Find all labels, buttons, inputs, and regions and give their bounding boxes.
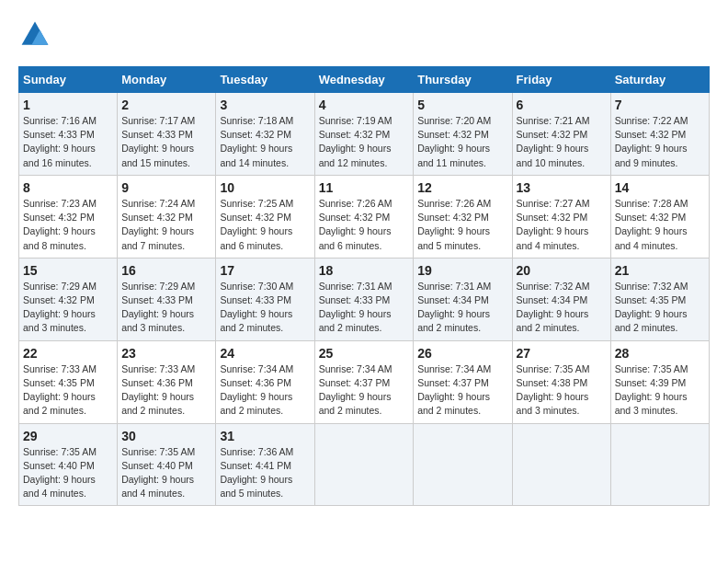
day-number: 23 — [121, 346, 211, 361]
day-info: Sunrise: 7:35 AMSunset: 4:40 PMDaylight:… — [121, 446, 195, 500]
calendar-cell: 22 Sunrise: 7:33 AMSunset: 4:35 PMDaylig… — [19, 340, 118, 423]
calendar-cell — [314, 423, 414, 506]
page-header — [18, 18, 710, 52]
calendar-cell: 28 Sunrise: 7:35 AMSunset: 4:39 PMDaylig… — [610, 340, 709, 423]
calendar-week-row: 29 Sunrise: 7:35 AMSunset: 4:40 PMDaylig… — [19, 423, 710, 506]
calendar-cell: 20 Sunrise: 7:32 AMSunset: 4:34 PMDaylig… — [512, 258, 610, 340]
weekday-header-monday: Monday — [118, 67, 216, 93]
day-number: 7 — [615, 98, 705, 112]
calendar-cell: 16 Sunrise: 7:29 AMSunset: 4:33 PMDaylig… — [118, 258, 216, 340]
day-number: 13 — [517, 180, 607, 195]
calendar-cell: 26 Sunrise: 7:34 AMSunset: 4:37 PMDaylig… — [414, 340, 512, 423]
day-info: Sunrise: 7:24 AMSunset: 4:32 PMDaylight:… — [121, 198, 195, 251]
day-number: 27 — [517, 346, 607, 361]
day-info: Sunrise: 7:31 AMSunset: 4:33 PMDaylight:… — [319, 281, 392, 334]
day-number: 19 — [417, 263, 507, 278]
day-number: 12 — [417, 180, 507, 195]
day-info: Sunrise: 7:36 AMSunset: 4:41 PMDaylight:… — [220, 446, 293, 500]
day-number: 15 — [23, 263, 113, 278]
calendar-cell: 7 Sunrise: 7:22 AMSunset: 4:32 PMDayligh… — [610, 93, 709, 176]
calendar-cell: 15 Sunrise: 7:29 AMSunset: 4:32 PMDaylig… — [19, 258, 118, 340]
day-number: 2 — [121, 98, 211, 112]
day-number: 4 — [319, 98, 410, 112]
day-info: Sunrise: 7:29 AMSunset: 4:32 PMDaylight:… — [23, 281, 97, 334]
calendar-table: SundayMondayTuesdayWednesdayThursdayFrid… — [18, 66, 710, 506]
day-info: Sunrise: 7:31 AMSunset: 4:34 PMDaylight:… — [417, 281, 491, 334]
day-info: Sunrise: 7:18 AMSunset: 4:32 PMDaylight:… — [220, 115, 293, 168]
day-info: Sunrise: 7:34 AMSunset: 4:37 PMDaylight:… — [319, 363, 392, 417]
day-info: Sunrise: 7:20 AMSunset: 4:32 PMDaylight:… — [417, 115, 491, 168]
calendar-cell: 19 Sunrise: 7:31 AMSunset: 4:34 PMDaylig… — [414, 258, 512, 340]
day-number: 21 — [615, 263, 705, 278]
day-info: Sunrise: 7:32 AMSunset: 4:35 PMDaylight:… — [615, 281, 688, 334]
logo — [18, 18, 55, 52]
day-number: 22 — [23, 346, 113, 361]
calendar-cell: 21 Sunrise: 7:32 AMSunset: 4:35 PMDaylig… — [610, 258, 709, 340]
calendar-cell: 24 Sunrise: 7:34 AMSunset: 4:36 PMDaylig… — [216, 340, 314, 423]
calendar-cell: 3 Sunrise: 7:18 AMSunset: 4:32 PMDayligh… — [216, 93, 314, 176]
day-info: Sunrise: 7:19 AMSunset: 4:32 PMDaylight:… — [319, 115, 392, 168]
day-info: Sunrise: 7:35 AMSunset: 4:40 PMDaylight:… — [23, 446, 97, 500]
day-info: Sunrise: 7:21 AMSunset: 4:32 PMDaylight:… — [517, 115, 590, 168]
calendar-week-row: 22 Sunrise: 7:33 AMSunset: 4:35 PMDaylig… — [19, 340, 710, 423]
weekday-header-saturday: Saturday — [610, 67, 709, 93]
day-number: 28 — [615, 346, 705, 361]
day-info: Sunrise: 7:25 AMSunset: 4:32 PMDaylight:… — [220, 198, 293, 251]
day-info: Sunrise: 7:26 AMSunset: 4:32 PMDaylight:… — [319, 198, 392, 251]
day-number: 26 — [417, 346, 507, 361]
calendar-cell: 18 Sunrise: 7:31 AMSunset: 4:33 PMDaylig… — [314, 258, 414, 340]
weekday-header-friday: Friday — [512, 67, 610, 93]
day-info: Sunrise: 7:27 AMSunset: 4:32 PMDaylight:… — [517, 198, 590, 251]
calendar-cell: 1 Sunrise: 7:16 AMSunset: 4:33 PMDayligh… — [19, 93, 118, 176]
day-number: 16 — [121, 263, 211, 278]
calendar-cell — [610, 423, 709, 506]
calendar-cell: 13 Sunrise: 7:27 AMSunset: 4:32 PMDaylig… — [512, 175, 610, 258]
calendar-cell — [512, 423, 610, 506]
day-info: Sunrise: 7:22 AMSunset: 4:32 PMDaylight:… — [615, 115, 688, 168]
calendar-week-row: 1 Sunrise: 7:16 AMSunset: 4:33 PMDayligh… — [19, 93, 710, 176]
day-number: 31 — [220, 429, 310, 443]
day-info: Sunrise: 7:33 AMSunset: 4:35 PMDaylight:… — [23, 363, 97, 417]
calendar-cell: 12 Sunrise: 7:26 AMSunset: 4:32 PMDaylig… — [414, 175, 512, 258]
calendar-cell: 4 Sunrise: 7:19 AMSunset: 4:32 PMDayligh… — [314, 93, 414, 176]
calendar-week-row: 8 Sunrise: 7:23 AMSunset: 4:32 PMDayligh… — [19, 175, 710, 258]
calendar-cell: 29 Sunrise: 7:35 AMSunset: 4:40 PMDaylig… — [19, 423, 118, 506]
day-info: Sunrise: 7:17 AMSunset: 4:33 PMDaylight:… — [121, 115, 195, 168]
calendar-cell: 30 Sunrise: 7:35 AMSunset: 4:40 PMDaylig… — [118, 423, 216, 506]
day-info: Sunrise: 7:33 AMSunset: 4:36 PMDaylight:… — [121, 363, 195, 417]
calendar-cell: 25 Sunrise: 7:34 AMSunset: 4:37 PMDaylig… — [314, 340, 414, 423]
day-number: 9 — [121, 180, 211, 195]
day-info: Sunrise: 7:32 AMSunset: 4:34 PMDaylight:… — [517, 281, 590, 334]
calendar-cell — [414, 423, 512, 506]
day-number: 1 — [23, 98, 113, 112]
day-number: 17 — [220, 263, 310, 278]
calendar-cell: 10 Sunrise: 7:25 AMSunset: 4:32 PMDaylig… — [216, 175, 314, 258]
day-number: 6 — [517, 98, 607, 112]
calendar-cell: 2 Sunrise: 7:17 AMSunset: 4:33 PMDayligh… — [118, 93, 216, 176]
day-info: Sunrise: 7:30 AMSunset: 4:33 PMDaylight:… — [220, 281, 293, 334]
calendar-cell: 23 Sunrise: 7:33 AMSunset: 4:36 PMDaylig… — [118, 340, 216, 423]
calendar-cell: 11 Sunrise: 7:26 AMSunset: 4:32 PMDaylig… — [314, 175, 414, 258]
day-number: 25 — [319, 346, 410, 361]
day-info: Sunrise: 7:16 AMSunset: 4:33 PMDaylight:… — [23, 115, 97, 168]
day-number: 30 — [121, 429, 211, 443]
day-info: Sunrise: 7:35 AMSunset: 4:39 PMDaylight:… — [615, 363, 688, 417]
weekday-header-wednesday: Wednesday — [314, 67, 414, 93]
weekday-header-tuesday: Tuesday — [216, 67, 314, 93]
day-info: Sunrise: 7:34 AMSunset: 4:36 PMDaylight:… — [220, 363, 293, 417]
weekday-header-sunday: Sunday — [19, 67, 118, 93]
day-number: 14 — [615, 180, 705, 195]
day-number: 10 — [220, 180, 310, 195]
logo-icon — [18, 18, 51, 52]
day-number: 20 — [517, 263, 607, 278]
day-info: Sunrise: 7:26 AMSunset: 4:32 PMDaylight:… — [417, 198, 491, 251]
day-info: Sunrise: 7:23 AMSunset: 4:32 PMDaylight:… — [23, 198, 97, 251]
day-info: Sunrise: 7:34 AMSunset: 4:37 PMDaylight:… — [417, 363, 491, 417]
weekday-header-row: SundayMondayTuesdayWednesdayThursdayFrid… — [19, 67, 710, 93]
day-number: 3 — [220, 98, 310, 112]
calendar-cell: 6 Sunrise: 7:21 AMSunset: 4:32 PMDayligh… — [512, 93, 610, 176]
calendar-cell: 17 Sunrise: 7:30 AMSunset: 4:33 PMDaylig… — [216, 258, 314, 340]
calendar-cell: 5 Sunrise: 7:20 AMSunset: 4:32 PMDayligh… — [414, 93, 512, 176]
weekday-header-thursday: Thursday — [414, 67, 512, 93]
day-number: 8 — [23, 180, 113, 195]
